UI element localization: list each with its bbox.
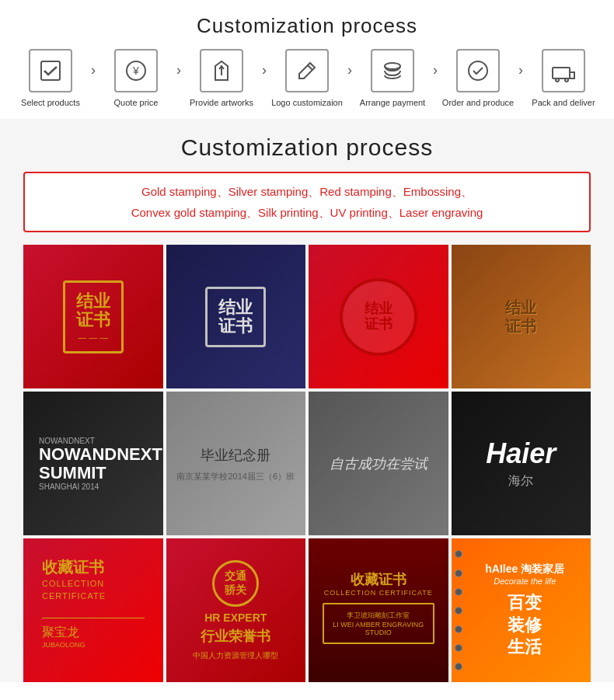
arrow-1: › (91, 62, 96, 96)
notebook-text: 毕业纪念册 (201, 445, 270, 466)
grid-cell-3-1: 收藏证书 COLLECTIONCERTIFICATE 聚宝龙 JUBAOLONG (23, 538, 163, 682)
svg-rect-7 (553, 68, 570, 78)
arrow-2: › (176, 62, 181, 96)
step-provide-artworks: Provide artworks (183, 49, 260, 108)
svg-text:¥: ¥ (132, 64, 139, 77)
step-label-pack: Pack and deliver (532, 97, 595, 108)
step-icon-payment (371, 49, 414, 92)
grid-cell-3-4: hAIlee 淘装家居 Decorate the life 百变装修生活 (452, 538, 591, 682)
top-section: Customization process Select products › … (0, 0, 614, 119)
arrow-4: › (347, 62, 352, 96)
calligraphy-text: 自古成功在尝试 (330, 454, 427, 473)
step-icon-pack (542, 49, 585, 92)
emboss-text: 结业证书 (505, 298, 536, 336)
techniques-line2: Convex gold stamping、Silk printing、UV pr… (40, 202, 574, 223)
grid-cell-2-4: Haier 海尔 (452, 392, 591, 535)
grid-cell-2-3: 自古成功在尝试 (309, 392, 448, 535)
spiral (455, 538, 462, 682)
haier-sub: 海尔 (508, 473, 533, 489)
step-label-select: Select products (21, 97, 80, 108)
grid-cell-1-4: 结业证书 (452, 245, 591, 388)
collect-cert-red: 收藏证书 COLLECTIONCERTIFICATE 聚宝龙 JUBAOLONG (34, 549, 152, 656)
step-arrange-payment: Arrange payment (354, 49, 431, 108)
svg-line-4 (308, 65, 312, 70)
traffic-icon: 交通骄关 (212, 560, 259, 607)
gold-border: 李卫琥珀雕刻工作室LI WEI AMBER ENGRAVING STUDIO (323, 603, 434, 644)
bottom-section: Customization process Gold stamping、Silv… (0, 119, 614, 682)
grid-cell-1-1: 结业证书 — — — (23, 245, 163, 388)
summit-text: NOWANDNEXT NOWANDNEXTSUMMIT SHANGHAI 201… (31, 437, 162, 491)
arrow-5: › (433, 62, 438, 96)
bottom-title: Customization process (23, 134, 591, 161)
orange-notebook: hAIlee 淘装家居 Decorate the life 百变装修生活 (467, 556, 584, 665)
svg-rect-0 (41, 61, 60, 80)
step-label-order: Order and produce (442, 97, 514, 108)
haier-logo: Haier (486, 437, 556, 470)
grid-cell-2-1: NOWANDNEXT NOWANDNEXTSUMMIT SHANGHAI 201… (23, 392, 163, 535)
process-steps: Select products › ¥ Quote price › (8, 49, 606, 108)
dark-collect-cert: 收藏证书 COLLECTION CERTIFICATE 李卫琥珀雕刻工作室LI … (309, 538, 448, 682)
step-icon-artworks (200, 49, 243, 92)
step-quote-price: ¥ Quote price (97, 49, 175, 108)
step-icon-order (456, 49, 500, 92)
grid-cell-3-2: 交通骄关 HR EXPERT 行业荣誉书 中国人力资源管理人哪型 (166, 538, 306, 682)
step-select-products: Select products (12, 49, 89, 108)
grid-cell-3-3: 收藏证书 COLLECTION CERTIFICATE 李卫琥珀雕刻工作室LI … (309, 538, 448, 682)
step-icon-select (29, 49, 72, 92)
hr-cert: 交通骄关 HR EXPERT 行业荣誉书 中国人力资源管理人哪型 (174, 552, 298, 669)
arrow-6: › (518, 62, 523, 96)
step-icon-quote: ¥ (114, 49, 158, 92)
step-logo-custom: Logo customizaion (268, 49, 346, 108)
grid-cell-1-2: 结业证书 (166, 245, 306, 388)
svg-point-5 (385, 63, 400, 69)
step-label-logo: Logo customizaion (271, 97, 343, 108)
step-pack-deliver: Pack and deliver (525, 49, 602, 108)
grid-cell-2-2: 毕业纪念册 南京某某学校2014届三（6）班 (166, 392, 306, 535)
arrow-3: › (262, 62, 267, 96)
techniques-line1: Gold stamping、Silver stamping、Red stampi… (40, 181, 574, 202)
image-grid: 结业证书 — — — 结业证书 结业证书 结业证书 (23, 245, 591, 682)
techniques-box: Gold stamping、Silver stamping、Red stampi… (23, 172, 591, 232)
step-label-quote: Quote price (114, 97, 159, 108)
svg-point-8 (556, 78, 559, 82)
cert-frame-silver: 结业证书 (205, 287, 266, 347)
cert-frame-gold: 结业证书 — — — (63, 280, 124, 353)
svg-point-6 (469, 61, 487, 80)
step-icon-logo (285, 49, 329, 92)
stamp-circle: 结业证书 (340, 278, 417, 356)
top-title: Customization process (8, 14, 606, 38)
step-label-payment: Arrange payment (360, 97, 425, 108)
step-label-artworks: Provide artworks (190, 97, 253, 108)
step-order-produce: Order and produce (439, 49, 517, 108)
svg-point-9 (565, 78, 568, 82)
grid-cell-1-3: 结业证书 (309, 245, 448, 388)
